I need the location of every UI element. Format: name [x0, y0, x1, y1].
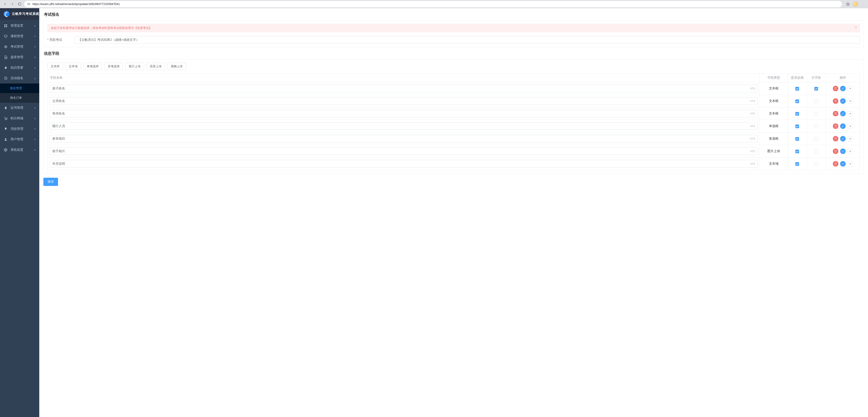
edit-button[interactable] [840, 124, 846, 129]
field-name-input[interactable] [49, 84, 757, 93]
delete-button[interactable] [833, 86, 838, 91]
required-checkbox[interactable] [796, 87, 799, 91]
add-field-type-button[interactable]: 文本框 [47, 63, 63, 70]
table-row: 4/50文本框 [48, 95, 860, 107]
table-row: 4/50文本框 [48, 82, 860, 95]
main-field-checkbox[interactable] [814, 125, 818, 128]
delete-button[interactable] [833, 124, 838, 129]
add-button[interactable] [847, 111, 853, 116]
sidebar-item-settings[interactable]: 系统设置 ▾ [0, 145, 39, 155]
table-row: 4/50单选框 [48, 120, 860, 133]
sidebar-item-label: 报名管理 [10, 86, 22, 90]
sidebar-item-activity[interactable]: 活动报名 ▴ [0, 73, 39, 83]
profile-avatar[interactable] [853, 2, 858, 7]
main-field-checkbox[interactable] [814, 150, 818, 153]
delete-button[interactable] [833, 111, 838, 116]
edit-button[interactable] [840, 86, 846, 91]
sidebar-item-home[interactable]: 管理首页 ▾ [0, 21, 39, 31]
sidebar-item-label: 考试管理 [10, 45, 23, 49]
delete-button[interactable] [833, 148, 838, 154]
sidebar-subitem-signup-manage[interactable]: 报名管理 [0, 83, 39, 93]
svg-point-19 [6, 119, 7, 120]
delete-button[interactable] [833, 98, 838, 104]
sidebar-item-shop[interactable]: 积分商城 ▾ [0, 113, 39, 124]
main-field-checkbox[interactable] [814, 87, 818, 91]
sidebar-item-cert[interactable]: 证书管理 ▾ [0, 103, 39, 113]
chevron-down-icon: ▾ [34, 148, 36, 151]
add-field-type-button[interactable]: 多项选择 [104, 63, 123, 70]
required-checkbox[interactable] [796, 137, 799, 141]
sidebar-subitem-signup-order[interactable]: 报名订单 [0, 93, 39, 103]
panel-fields: 文本框文本域单项选择多项选择图片上传语音上传视频上传 字段名称 字段类型 是否必… [43, 59, 864, 174]
add-field-type-button[interactable]: 图片上传 [125, 63, 144, 70]
field-name-input[interactable] [49, 122, 757, 130]
section-info-fields: 信息字段 文本框文本域单项选择多项选择图片上传语音上传视频上传 字段名称 字段类… [39, 47, 868, 174]
save-button[interactable]: 保存 [43, 178, 58, 186]
delete-button[interactable] [833, 136, 838, 141]
table-header-row: 字段名称 字段类型 是否必填 主字段 操作 [48, 73, 860, 82]
add-button[interactable] [847, 98, 853, 104]
close-icon[interactable]: ✕ [855, 26, 857, 29]
edit-button[interactable] [840, 98, 846, 104]
sidebar-item-label: 系统设置 [10, 148, 23, 152]
main-field-checkbox[interactable] [814, 100, 818, 103]
field-type-cell: 文本框 [760, 107, 788, 120]
add-button[interactable] [847, 148, 853, 154]
svg-point-21 [5, 149, 6, 150]
main-field-checkbox[interactable] [814, 112, 818, 116]
field-name-input[interactable] [49, 97, 757, 105]
reload-icon[interactable] [18, 2, 22, 6]
add-field-type-button[interactable]: 视频上传 [167, 63, 186, 70]
sidebar-item-question[interactable]: 题库管理 ▾ [0, 52, 39, 63]
address-bar[interactable]: https://exam.yfhl.net/admin/activity/upd… [24, 1, 842, 7]
delete-button[interactable] [833, 161, 838, 167]
field-name-input[interactable] [49, 160, 757, 168]
forward-icon[interactable] [10, 2, 14, 6]
section-title-exam: 考试报名 [44, 12, 864, 17]
chevron-down-icon: ▾ [34, 45, 36, 48]
star-icon[interactable] [846, 2, 850, 6]
edit-button[interactable] [840, 161, 846, 167]
chevron-down-icon: ▾ [34, 128, 36, 131]
main-content: 考试报名 此处只有私密考试才能被选择，添加考试时需将考试权限设置为【私密考试】 … [39, 8, 868, 417]
save-row: 保存 [39, 174, 868, 186]
main-field-checkbox[interactable] [814, 137, 818, 141]
kebab-icon[interactable] [861, 2, 865, 6]
svg-rect-6 [4, 25, 5, 26]
field-name-input[interactable] [49, 135, 757, 143]
required-checkbox[interactable] [796, 112, 799, 116]
input-related-exam[interactable] [75, 36, 860, 44]
required-checkbox[interactable] [796, 150, 799, 153]
sidebar-item-contest[interactable]: 知识竞赛 ▾ [0, 63, 39, 73]
th-ops: 操作 [826, 73, 860, 82]
sidebar-header: 云帆学习考试系统 [0, 8, 39, 20]
add-button[interactable] [847, 86, 853, 91]
add-button[interactable] [847, 124, 853, 129]
add-button[interactable] [847, 136, 853, 141]
field-name-input[interactable] [49, 110, 757, 117]
sidebar-item-exam[interactable]: 考试管理 ▾ [0, 41, 39, 52]
edit-button[interactable] [840, 111, 846, 116]
field-name-input[interactable] [49, 147, 757, 155]
sidebar-item-user[interactable]: 用户管理 ▾ [0, 134, 39, 145]
edit-button[interactable] [840, 136, 846, 141]
back-icon[interactable] [3, 2, 7, 6]
add-field-type-button[interactable]: 单项选择 [83, 63, 102, 70]
required-checkbox[interactable] [796, 100, 799, 103]
required-checkbox[interactable] [796, 125, 799, 128]
chevron-up-icon: ▴ [34, 77, 36, 80]
sidebar-item-course[interactable]: 课程管理 ▾ [0, 31, 39, 41]
svg-point-12 [5, 46, 7, 48]
add-field-type-button[interactable]: 语音上传 [146, 63, 165, 70]
main-field-checkbox[interactable] [814, 162, 818, 166]
monitor-icon [4, 34, 8, 38]
add-field-type-button[interactable]: 文本域 [65, 63, 81, 70]
add-button[interactable] [847, 161, 853, 167]
clock-icon [4, 76, 8, 80]
sidebar-item-message[interactable]: 消息管理 ▾ [0, 124, 39, 134]
site-info-icon[interactable] [27, 2, 31, 6]
edit-button[interactable] [840, 148, 846, 154]
sidebar-menu: 管理首页 ▾ 课程管理 ▾ 考试管理 ▾ 题库管理 ▾ 知识竞赛 ▾ [0, 20, 39, 156]
required-checkbox[interactable] [796, 162, 799, 166]
section-exam-signup: 考试报名 此处只有私密考试才能被选择，添加考试时需将考试权限设置为【私密考试】 … [39, 8, 868, 47]
